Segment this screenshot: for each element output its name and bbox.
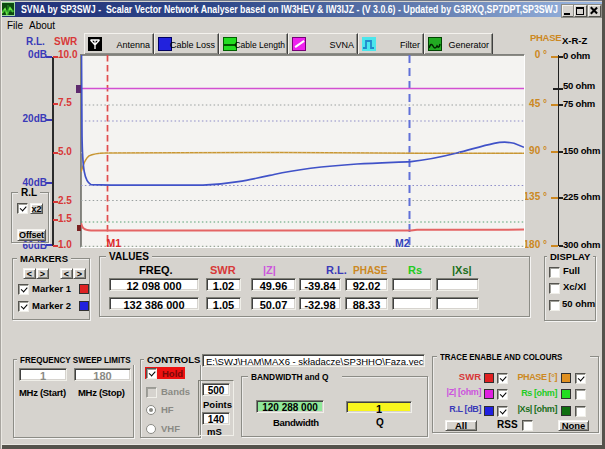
svg-text:M2: M2: [395, 237, 410, 248]
svg-text:M1: M1: [107, 237, 122, 248]
